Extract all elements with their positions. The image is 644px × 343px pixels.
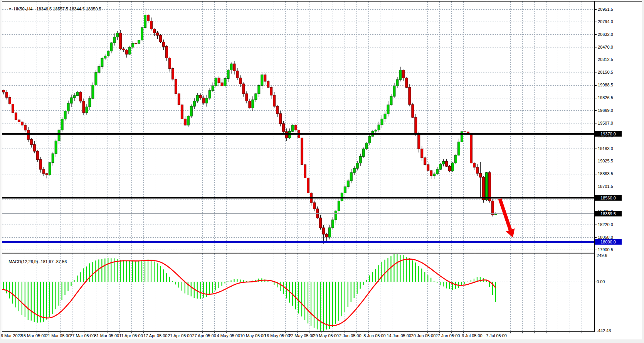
price-tick-label: 19025.5 [598,159,613,164]
time-tick-label: 27 Jun 05:00 [435,333,460,338]
symbol-timeframe-label: HK50-,H4 [14,7,32,11]
level-price-badge: 18560.0 [595,195,622,201]
time-tick-label: 10 May 05:00 [240,333,266,338]
time-tick-label: 17 Apr 05:00 [143,333,167,338]
time-tick-label: 16 May 05:00 [264,333,290,338]
time-tick-label: 22 May 05:00 [289,333,314,338]
ohlc-quote-values: 18349.5 18557.5 18344.5 18359.5 [36,7,101,11]
price-tick-label: 20632.0 [598,32,613,37]
candlesticks [3,8,497,243]
macd-indicator-label: MACD(12,26,9) -181.97 -87.56 [4,255,67,269]
price-tick-label: 18220.0 [598,222,613,227]
price-tick-label: 18701.5 [598,184,613,189]
time-tick-label: 4 May 05:00 [217,333,240,338]
time-tick-label: 9 Mar 2023 [1,333,22,338]
price-tick-label: 19669.0 [598,108,613,113]
time-tick-label: 7 Jul 05:00 [486,333,507,338]
price-tick-label: 19183.0 [598,146,613,151]
time-tick-label: 2 Jun 05:00 [339,333,362,338]
price-tick-label: 19507.0 [598,121,613,126]
macd-axis-min: -442.43 [597,328,611,333]
time-tick-label: 27 Mar 05:00 [70,333,95,338]
macd-name: MACD(12,26,9) [8,259,38,264]
level-price-badge: 18000.0 [595,239,622,245]
time-tick-label: 31 Mar 05:00 [94,333,119,338]
down-arrow-annotation[interactable] [500,199,515,237]
macd-axis-max: 249.6 [597,253,607,258]
level-price-badge: 19370.0 [595,131,622,137]
price-tick-label: 20794.0 [598,19,613,24]
time-tick-label: 29 May 05:00 [313,333,339,338]
chart-canvas[interactable] [0,0,644,343]
trading-chart-window: ▼HK50-,H418349.5 18557.5 18344.5 18359.5… [0,0,644,343]
price-tick-label: 19826.5 [598,95,613,100]
time-tick-label: 3 Jul 05:00 [462,333,483,338]
price-tick-label: 20150.5 [598,70,613,75]
time-tick-label: 21 Apr 05:00 [168,333,192,338]
time-tick-label: 14 Jun 05:00 [387,333,411,338]
time-tick-label: 11 Apr 05:00 [119,333,143,338]
symbol-quote-bar: ▼HK50-,H418349.5 18557.5 18344.5 18359.5 [4,2,101,16]
price-tick-label: 19988.5 [598,83,613,88]
price-tick-label: 20951.5 [598,7,613,12]
panel-borders [2,1,597,333]
bid-price-badge: 18359.5 [595,211,622,216]
time-tick-label: 27 Apr 05:00 [192,333,216,338]
time-tick-label: 20 Jun 05:00 [411,333,436,338]
symbol-dropdown-icon[interactable]: ▼ [8,7,12,11]
time-tick-label: 15 Mar 05:00 [21,333,46,338]
price-tick-label: 18863.5 [598,171,613,176]
price-tick-label: 20312.5 [598,57,613,62]
time-tick-label: 8 Jun 05:00 [363,333,386,338]
time-tick-label: 21 Mar 05:00 [45,333,71,338]
horizontal-level-lines[interactable] [2,134,594,242]
macd-values: -181.97 -87.56 [39,259,67,264]
macd-axis-zero: 0.00 [597,279,605,284]
price-tick-label: 20470.0 [598,45,613,50]
price-tick-label: 17900.5 [598,247,613,252]
